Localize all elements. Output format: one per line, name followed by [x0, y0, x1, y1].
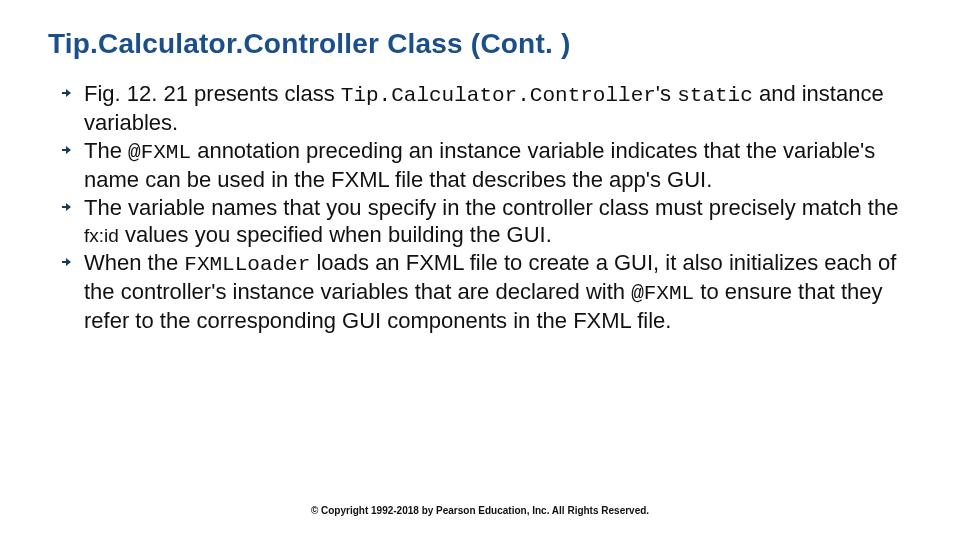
code-text: @FXML — [631, 282, 694, 305]
body-text: The variable names that you specify in t… — [84, 195, 898, 220]
code-text: static — [677, 84, 753, 107]
bullet-item: The @FXML annotation preceding an instan… — [62, 137, 912, 194]
bullet-item: Fig. 12. 21 presents class Tip.Calculato… — [62, 80, 912, 137]
code-text: fx:id — [84, 225, 119, 246]
code-text: @FXML — [128, 141, 191, 164]
copyright-footer: © Copyright 1992-2018 by Pearson Educati… — [0, 505, 960, 516]
body-text: values you specified when building the G… — [119, 222, 552, 247]
body-text: annotation preceding an instance variabl… — [84, 138, 875, 192]
body-text: Fig. 12. 21 presents class — [84, 81, 341, 106]
code-text: Tip.Calculator.Controller — [341, 84, 656, 107]
slide-title: Tip.Calculator.Controller Class (Cont. ) — [48, 28, 912, 60]
code-text: FXMLLoader — [184, 253, 310, 276]
bullet-item: When the FXMLLoader loads an FXML file t… — [62, 249, 912, 335]
bullet-list: Fig. 12. 21 presents class Tip.Calculato… — [62, 80, 912, 335]
body-text: 's — [656, 81, 677, 106]
body-text: The — [84, 138, 128, 163]
bullet-item: The variable names that you specify in t… — [62, 194, 912, 249]
body-text: When the — [84, 250, 184, 275]
slide: Tip.Calculator.Controller Class (Cont. )… — [0, 0, 960, 540]
